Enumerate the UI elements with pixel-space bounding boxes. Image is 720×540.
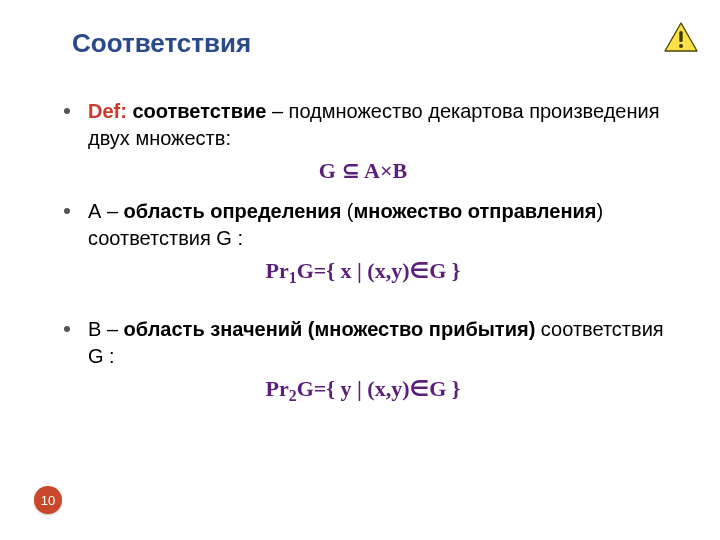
formula-pr1: Pr1G={ x | (x,y)∈G } — [58, 258, 668, 284]
def-term: соответствие — [127, 100, 266, 122]
slide-title: Соответствия — [72, 28, 251, 59]
page-number-badge: 10 — [34, 486, 62, 514]
def-label: Def: — [88, 100, 127, 122]
formula-pr2: Pr2G={ y | (x,y)∈G } — [58, 376, 668, 402]
svg-point-2 — [679, 44, 683, 48]
warning-icon — [664, 22, 698, 52]
formula-subset: G ⊆ A×B — [58, 158, 668, 184]
slide: Соответствия Def: соответствие – подмнож… — [0, 0, 720, 540]
list-item: Def: соответствие – подмножество декарто… — [58, 98, 668, 152]
list-item: А – область определения (множество отпра… — [58, 198, 668, 252]
page-number: 10 — [41, 493, 55, 508]
content-list: Def: соответствие – подмножество декарто… — [58, 98, 668, 416]
list-item: В – область значений (множество прибытия… — [58, 316, 668, 370]
svg-rect-1 — [679, 31, 682, 42]
